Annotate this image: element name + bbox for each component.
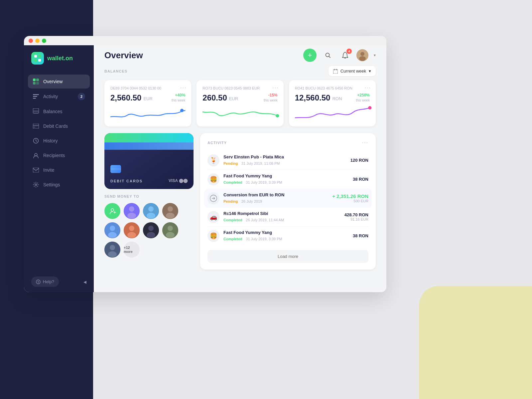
card-account-1: DE89 3704 0044 0532 0130 00 <box>110 86 185 90</box>
minimize-button[interactable] <box>35 39 40 43</box>
sidebar-item-invite[interactable]: Invite <box>28 163 90 177</box>
balance-card-3: ··· RO41 BUCU 0623 4675 6450 RON 12,560.… <box>289 80 376 126</box>
activity-name-2: Fast Food Yummy Yang <box>223 173 349 178</box>
recipient-1[interactable] <box>124 203 140 219</box>
card-currency-3: RON <box>332 96 342 101</box>
svg-point-15 <box>35 184 37 186</box>
svg-rect-5 <box>33 96 37 97</box>
svg-point-21 <box>360 52 364 56</box>
maximize-button[interactable] <box>42 39 46 43</box>
add-button[interactable]: + <box>303 49 317 62</box>
activity-info-5: Fast Food Yummy Yang Completed 31 July 2… <box>223 230 349 242</box>
send-money-label: SEND MONEY TO <box>104 194 194 198</box>
logo-dot <box>38 59 41 62</box>
recipient-7[interactable] <box>162 222 178 238</box>
logo-icon <box>31 52 44 65</box>
nav-label-activity: Activity <box>43 94 58 99</box>
help-button[interactable]: ? Help? <box>31 277 59 287</box>
activity-name-4: Rc146 Rompetrol Sibi <box>223 211 340 216</box>
activity-icon <box>33 93 39 100</box>
card-menu-2[interactable]: ··· <box>272 85 279 91</box>
recipients-grid: +12 more <box>104 203 194 258</box>
svg-point-34 <box>127 213 136 219</box>
load-more-button[interactable]: Load more <box>207 250 368 263</box>
activity-item-4: 🚗 Rc146 Rompetrol Sibi Completed 26 July… <box>207 208 368 227</box>
page-title: Overview <box>104 50 143 61</box>
sidebar-item-overview[interactable]: Overview <box>28 75 90 89</box>
activity-item-3: Conversion from EUR to RON Pending 26 Ju… <box>204 189 372 208</box>
svg-point-52 <box>166 232 175 238</box>
close-button[interactable] <box>29 39 33 43</box>
card-currency-1: EUR <box>143 96 152 101</box>
recipient-5[interactable] <box>124 222 140 238</box>
activity-item-5: 🍔 Fast Food Yummy Yang Completed 31 July… <box>207 227 368 245</box>
svg-rect-11 <box>34 127 35 127</box>
main-header: Overview + 4 <box>94 45 386 65</box>
sidebar-item-history[interactable]: History <box>28 134 90 148</box>
svg-point-39 <box>168 206 173 212</box>
recipient-4[interactable] <box>104 222 120 238</box>
svg-point-26 <box>180 109 184 112</box>
recipient-6[interactable] <box>143 222 159 238</box>
activity-icon-3 <box>207 192 219 204</box>
card-amount-2: 260.50 <box>202 93 227 102</box>
svg-text:?: ? <box>37 281 39 284</box>
card-chart-3 <box>295 105 370 122</box>
card-chip <box>110 165 121 173</box>
add-recipient-button[interactable] <box>104 203 120 219</box>
card-menu-3[interactable]: ··· <box>365 85 371 91</box>
activity-date-5: 31 July 2019, 3:39 PM <box>246 237 282 241</box>
activity-name-1: Serv Einsten Pub - Piata Mica <box>223 154 346 159</box>
sidebar-item-debit-cards[interactable]: Debit Cards <box>28 119 90 133</box>
week-selector[interactable]: Current week ▾ <box>329 66 376 76</box>
activity-subamount-4: 91.16 EUR <box>344 217 368 221</box>
card-stripe-green <box>104 133 194 142</box>
svg-rect-14 <box>33 168 39 172</box>
activity-date-3: 26 July 2019 <box>241 199 262 203</box>
svg-point-42 <box>110 226 115 231</box>
user-avatar[interactable] <box>356 49 368 61</box>
notification-badge: 4 <box>346 49 352 54</box>
balances-section: BALANCES Current week ▾ ··· <box>104 66 376 126</box>
settings-icon <box>33 181 39 188</box>
history-icon <box>33 137 39 144</box>
sidebar-item-settings[interactable]: Settings <box>28 178 90 192</box>
activity-amount-5: 38 RON <box>353 233 368 238</box>
activity-badge: 2 <box>78 93 85 100</box>
svg-rect-10 <box>33 125 39 126</box>
more-recipients[interactable]: +12 more <box>124 242 140 258</box>
visa-label: VISA ⬤⬤ <box>169 178 188 183</box>
activity-subamount-3: 500 EUR <box>332 199 368 203</box>
balance-card-1: ··· DE89 3704 0044 0532 0130 00 2,560.50… <box>104 80 191 126</box>
nav-label-history: History <box>43 138 58 143</box>
logo-text: wallet.on <box>47 55 73 62</box>
sidebar-item-activity[interactable]: Activity 2 <box>28 89 90 104</box>
activity-status-row-3: Pending 26 July 2019 <box>223 198 328 204</box>
activity-menu[interactable]: ··· <box>362 140 368 146</box>
svg-line-19 <box>329 56 330 58</box>
activity-amount-col-4: 428.70 RON 91.16 EUR <box>344 212 368 221</box>
recipient-8[interactable] <box>104 242 120 258</box>
svg-rect-0 <box>33 79 36 81</box>
sidebar-item-balances[interactable]: Balances <box>28 104 90 118</box>
activity-amount-col-3: + 2,351.26 RON 500 EUR <box>332 193 368 203</box>
search-button[interactable] <box>322 49 334 61</box>
sidebar-bottom: ? Help? ◂ <box>24 271 94 292</box>
notification-button[interactable]: 4 <box>339 49 351 61</box>
debit-cards-icon <box>33 123 39 129</box>
nav-items: Overview Activity 2 <box>24 75 94 192</box>
activity-status-row-2: Completed 31 July 2019, 3:39 PM <box>223 179 349 185</box>
collapse-button[interactable]: ◂ <box>83 278 86 286</box>
debit-card-section: DEBIT CARDS VISA ⬤⬤ SEND MONEY TO <box>104 133 194 270</box>
svg-point-55 <box>108 251 117 257</box>
card-chart-2 <box>202 105 277 122</box>
recipient-2[interactable] <box>143 203 159 219</box>
card-menu-1[interactable]: ··· <box>180 85 187 91</box>
sidebar-item-recipients[interactable]: Recipients <box>28 148 90 162</box>
svg-point-43 <box>108 232 117 238</box>
activity-section: ACTIVITY ··· 🍹 Serv Einsten Pub - Piata … <box>200 133 376 270</box>
svg-rect-23 <box>333 70 338 74</box>
recipient-3[interactable] <box>162 203 178 219</box>
decorative-shape <box>419 286 532 399</box>
avatar-chevron-icon[interactable]: ▾ <box>374 53 376 58</box>
